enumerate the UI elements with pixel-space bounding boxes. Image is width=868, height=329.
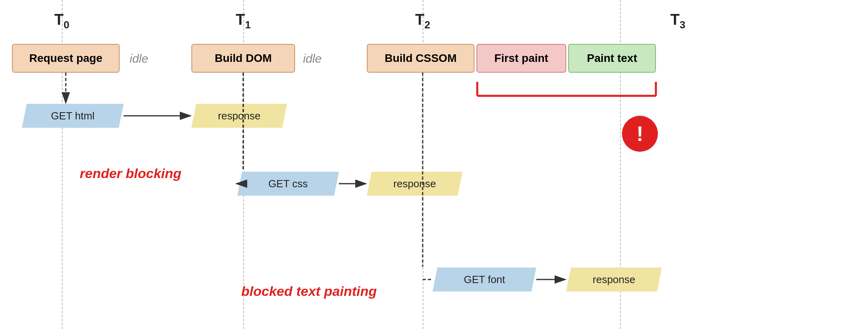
first-paint-label: First paint: [494, 52, 548, 65]
response-css-label: response: [394, 178, 436, 190]
get-font-label: GET font: [464, 274, 505, 286]
build-dom-box: Build DOM: [191, 44, 295, 73]
build-cssom-box: Build CSSOM: [367, 44, 474, 73]
build-cssom-label: Build CSSOM: [385, 52, 457, 65]
t3-sub: 3: [679, 19, 685, 31]
paint-text-label: Paint text: [587, 52, 637, 65]
time-label-t3: T3: [670, 11, 685, 31]
idle-label-1: idle: [130, 52, 148, 65]
request-page-label: Request page: [29, 52, 102, 65]
response-font-box: response: [566, 268, 662, 291]
get-font-box: GET font: [433, 268, 536, 291]
get-css-box: GET css: [237, 172, 339, 196]
t3-label: T: [670, 11, 679, 28]
t2-sub: 2: [424, 19, 430, 31]
time-label-t1: T1: [236, 11, 251, 31]
first-paint-box: First paint: [476, 44, 566, 73]
t1-sub: 1: [245, 19, 250, 31]
render-blocking-text: render blocking: [80, 166, 181, 181]
idle2-text: idle: [303, 52, 322, 65]
idle-label-2: idle: [303, 52, 322, 65]
get-html-box: GET html: [22, 104, 124, 128]
time-label-t0: T0: [54, 11, 69, 31]
idle1-text: idle: [130, 52, 148, 65]
get-html-label: GET html: [51, 110, 94, 122]
get-css-label: GET css: [268, 178, 308, 190]
response-html-label: response: [218, 110, 261, 122]
request-page-box: Request page: [12, 44, 120, 73]
diagram: T0 T1 T2 T3 Request page idle Build DOM …: [0, 0, 868, 329]
error-icon: !: [636, 122, 643, 146]
paint-text-box: Paint text: [568, 44, 656, 73]
build-dom-label: Build DOM: [215, 52, 272, 65]
response-html-box: response: [191, 104, 287, 128]
blocked-text-painting-label: blocked text painting: [241, 283, 377, 299]
t0-sub: 0: [63, 19, 69, 31]
t0-label: T: [54, 11, 63, 28]
t2-label: T: [415, 11, 424, 28]
render-blocking-label: render blocking: [80, 166, 181, 181]
response-font-label: response: [593, 274, 636, 286]
time-label-t2: T2: [415, 11, 430, 31]
t1-label: T: [236, 11, 245, 28]
blocked-text-painting-text: blocked text painting: [241, 283, 377, 299]
response-css-box: response: [367, 172, 463, 196]
error-circle: !: [622, 116, 658, 152]
